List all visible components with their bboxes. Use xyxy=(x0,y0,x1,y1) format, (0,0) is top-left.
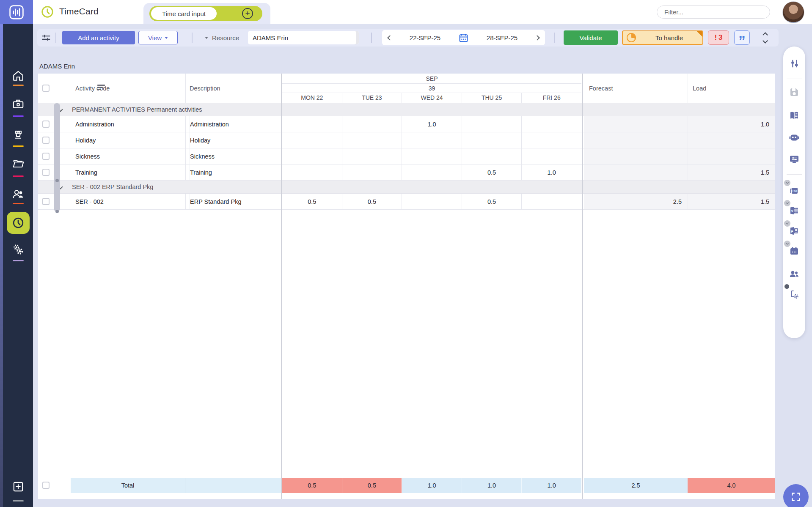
day-value-cell[interactable] xyxy=(342,164,402,180)
export-calendar-button[interactable] xyxy=(786,243,803,260)
group-row-permanent-activities[interactable]: PERMANENT ACTIVITIES Permanent activitie… xyxy=(38,103,775,116)
day-header[interactable]: TUE 23 xyxy=(342,93,402,103)
assistant-button[interactable] xyxy=(786,129,803,146)
sidebar-item-add[interactable] xyxy=(9,477,28,496)
error-count-badge[interactable]: ! 3 xyxy=(708,30,729,45)
row-checkbox[interactable] xyxy=(42,137,50,144)
day-value-cell[interactable] xyxy=(342,148,402,164)
day-value-cell[interactable] xyxy=(521,132,581,148)
day-value-cell[interactable]: 0.5 xyxy=(342,194,402,209)
column-header-load[interactable]: Load xyxy=(693,74,706,103)
chevron-badge-icon[interactable] xyxy=(784,200,790,206)
team-view-button[interactable] xyxy=(786,266,803,282)
description-cell[interactable]: Training xyxy=(190,164,281,180)
day-value-cell[interactable] xyxy=(462,148,522,164)
activity-code-cell[interactable]: Training xyxy=(75,164,184,180)
day-value-cell[interactable] xyxy=(282,148,342,164)
export-powerpoint-button[interactable]: P xyxy=(786,222,803,239)
day-header[interactable]: MON 22 xyxy=(282,93,342,103)
next-week-button[interactable] xyxy=(534,35,540,41)
description-cell[interactable]: Holiday xyxy=(190,132,281,148)
day-value-cell[interactable] xyxy=(521,116,581,132)
row-checkbox[interactable] xyxy=(42,121,50,128)
user-avatar[interactable] xyxy=(782,1,804,23)
row-checkbox[interactable] xyxy=(42,169,50,176)
row-checkbox[interactable] xyxy=(42,153,50,160)
resource-value-field[interactable]: ADAMS Erin xyxy=(248,31,359,44)
day-value-cell[interactable]: 0.5 xyxy=(282,194,342,209)
validate-button[interactable]: Validate xyxy=(564,30,618,45)
expand-collapse-button[interactable] xyxy=(759,30,771,45)
day-value-cell[interactable] xyxy=(282,164,342,180)
day-header[interactable]: THU 25 xyxy=(462,93,522,103)
pdf-export-icon: PDF xyxy=(789,185,800,196)
chevron-badge-icon[interactable] xyxy=(784,241,790,247)
sidebar-item-projects[interactable] xyxy=(9,124,28,143)
export-pdf-button[interactable]: PDF xyxy=(786,182,803,199)
day-value-cell[interactable] xyxy=(342,116,402,132)
day-header[interactable]: FRI 26 xyxy=(521,93,581,103)
tab-label[interactable]: Time card input xyxy=(151,7,217,20)
day-value-cell[interactable] xyxy=(342,132,402,148)
day-value-cell[interactable] xyxy=(521,194,581,209)
day-value-cell[interactable]: 0.5 xyxy=(462,194,522,209)
description-cell[interactable]: Sickness xyxy=(190,148,281,164)
day-value-cell[interactable] xyxy=(282,132,342,148)
day-value-cell[interactable] xyxy=(462,132,522,148)
column-header-activity-code[interactable]: Activity code xyxy=(75,74,110,103)
total-row-checkbox[interactable] xyxy=(42,482,50,489)
column-header-description[interactable]: Description xyxy=(190,74,220,103)
to-handle-badge[interactable]: To handle xyxy=(622,30,703,45)
day-value-cell[interactable] xyxy=(521,148,581,164)
activity-code-cell[interactable]: Holiday xyxy=(75,132,184,148)
day-value-cell[interactable] xyxy=(402,164,462,180)
day-value-cell[interactable] xyxy=(402,148,462,164)
sidebar-item-home[interactable] xyxy=(9,66,28,85)
sidebar-item-folders[interactable] xyxy=(9,154,28,173)
date-from[interactable]: 22-SEP-25 xyxy=(410,34,440,41)
app-logo[interactable] xyxy=(0,0,33,24)
add-activity-button[interactable]: Add an activity xyxy=(62,31,135,44)
previous-week-button[interactable] xyxy=(387,35,393,41)
tab-time-card-input[interactable]: Time card input + xyxy=(143,3,270,24)
description-cell[interactable]: Administration xyxy=(190,116,281,132)
sidebar-item-work[interactable] xyxy=(9,95,28,113)
day-value-cell[interactable]: 1.0 xyxy=(402,116,462,132)
display-options-button[interactable] xyxy=(786,151,803,168)
view-dropdown-button[interactable]: View xyxy=(138,31,178,44)
toolbar-settings-button[interactable] xyxy=(41,29,52,47)
activity-code-cell[interactable]: Sickness xyxy=(75,148,184,164)
row-drag-scrollbar[interactable] xyxy=(54,103,60,211)
day-value-cell[interactable]: 1.0 xyxy=(521,164,581,180)
day-value-cell[interactable]: 0.5 xyxy=(462,164,522,180)
group-row-ser-002[interactable]: SER - 002 ERP Standard Pkg xyxy=(38,181,775,194)
sidebar-item-settings[interactable] xyxy=(9,240,28,259)
day-value-cell[interactable] xyxy=(282,116,342,132)
day-value-cell[interactable] xyxy=(402,132,462,148)
documentation-button[interactable] xyxy=(786,107,803,124)
day-value-cell[interactable] xyxy=(402,194,462,209)
sidebar-item-resources[interactable] xyxy=(9,185,28,203)
display-settings-button[interactable] xyxy=(786,55,803,72)
comments-badge[interactable]: ” xyxy=(734,30,750,45)
export-excel-button[interactable]: X xyxy=(786,202,803,219)
sidebar-item-timecard-active[interactable] xyxy=(7,212,30,234)
calendar-icon[interactable] xyxy=(458,33,469,43)
column-header-forecast[interactable]: Forecast xyxy=(589,74,613,103)
day-header[interactable]: WED 24 xyxy=(402,93,462,103)
chevron-badge-icon[interactable] xyxy=(784,180,790,186)
workflow-settings-button[interactable] xyxy=(786,286,803,303)
select-all-checkbox[interactable] xyxy=(42,85,50,92)
add-tab-icon[interactable]: + xyxy=(242,8,253,19)
save-button[interactable] xyxy=(786,84,803,101)
description-cell[interactable]: ERP Standard Pkg xyxy=(190,194,281,209)
activity-code-cell[interactable]: Administration xyxy=(75,116,184,132)
date-to[interactable]: 28-SEP-25 xyxy=(487,34,517,41)
row-checkbox[interactable] xyxy=(42,198,50,205)
day-value-cell[interactable] xyxy=(462,116,522,132)
chevron-badge-icon[interactable] xyxy=(784,220,790,227)
resource-selector[interactable]: Resource xyxy=(205,29,239,47)
filter-input[interactable] xyxy=(657,5,770,19)
activity-code-cell[interactable]: SER - 002 xyxy=(75,194,184,209)
fullscreen-button[interactable] xyxy=(783,484,809,507)
